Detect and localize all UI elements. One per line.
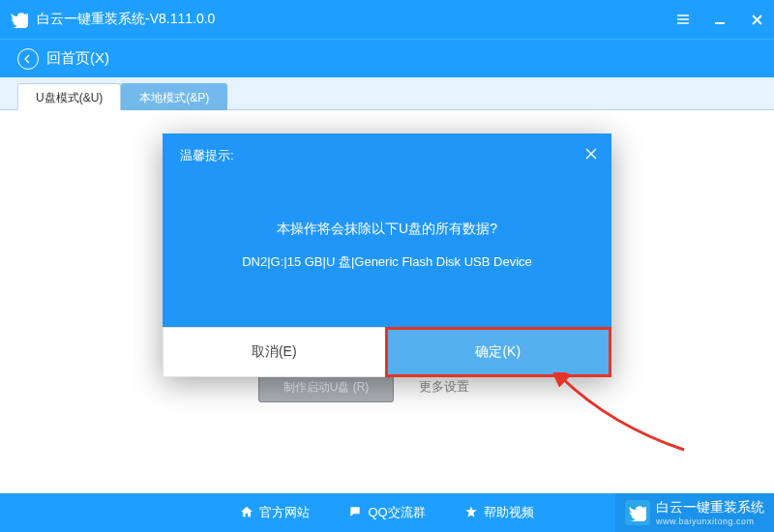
titlebar: 白云一键重装系统-V8.111.0.0 [0, 0, 774, 39]
menu-icon[interactable] [675, 12, 691, 27]
home-icon [240, 505, 253, 521]
footer-brand: 白云一键重装系统 www.baiyunxitong.com [615, 493, 774, 532]
tab-strip: U盘模式(&U) 本地模式(&P) [0, 77, 774, 110]
footer-qq-group[interactable]: QQ交流群 [348, 504, 425, 521]
brand-name: 白云一键重装系统 [656, 499, 764, 517]
dialog-body: 本操作将会抹除以下U盘的所有数据? DN2|G:|15 GB|U 盘|Gener… [180, 211, 594, 279]
app-title: 白云一键重装系统-V8.111.0.0 [37, 11, 675, 28]
brand-bird-icon [625, 500, 650, 525]
footer-help-label: 帮助视频 [484, 504, 534, 521]
dialog-header: 温馨提示: 本操作将会抹除以下U盘的所有数据? DN2|G:|15 GB|U 盘… [163, 133, 611, 327]
footer-official-site[interactable]: 官方网站 [240, 504, 310, 521]
back-bar[interactable]: 回首页(X) [0, 39, 774, 77]
dialog-device-info: DN2|G:|15 GB|U 盘|Generic Flash Disk USB … [180, 246, 594, 279]
chat-icon [348, 505, 362, 521]
dialog-warning-text: 本操作将会抹除以下U盘的所有数据? [180, 211, 594, 246]
star-icon [464, 505, 478, 521]
footer-site-label: 官方网站 [259, 504, 310, 521]
cancel-button[interactable]: 取消(E) [163, 327, 385, 377]
confirm-dialog: 温馨提示: 本操作将会抹除以下U盘的所有数据? DN2|G:|15 GB|U 盘… [163, 133, 611, 377]
dialog-actions: 取消(E) 确定(K) [163, 327, 611, 377]
minimize-icon[interactable] [712, 12, 728, 27]
footer-qq-label: QQ交流群 [368, 504, 425, 521]
dialog-close-icon[interactable] [584, 147, 598, 164]
app-logo-icon [10, 10, 29, 29]
back-arrow-icon [17, 48, 39, 70]
brand-text: 白云一键重装系统 www.baiyunxitong.com [656, 499, 764, 526]
ok-button-highlight: 确定(K) [385, 327, 612, 377]
footer-help-video[interactable]: 帮助视频 [464, 504, 534, 521]
tab-usb-mode[interactable]: U盘模式(&U) [17, 83, 121, 110]
tab-local-mode[interactable]: 本地模式(&P) [121, 83, 227, 110]
brand-url: www.baiyunxitong.com [656, 517, 764, 526]
close-icon[interactable] [749, 12, 764, 27]
ok-button[interactable]: 确定(K) [388, 330, 610, 374]
dialog-title: 温馨提示: [180, 147, 594, 164]
footer: 官方网站 QQ交流群 帮助视频 白云一键重装系统 www.baiyunxiton… [0, 493, 774, 532]
back-label: 回首页(X) [46, 49, 109, 68]
window-controls [675, 12, 764, 27]
